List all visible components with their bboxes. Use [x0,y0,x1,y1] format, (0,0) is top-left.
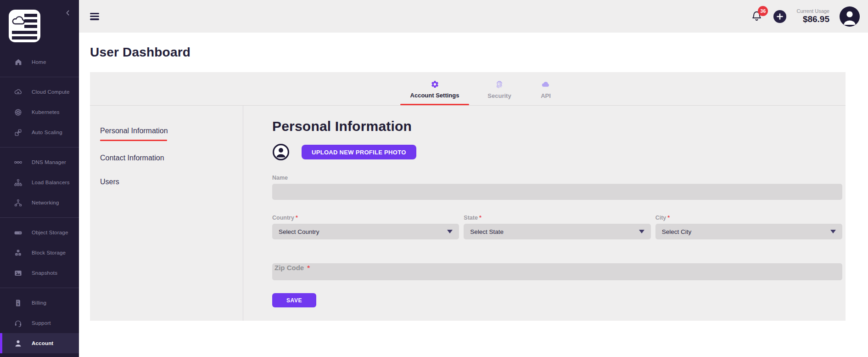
state-select[interactable]: Select State [464,224,650,239]
sidebar-divider [0,147,79,147]
required-asterisk: * [479,215,482,221]
required-asterisk: * [667,215,670,221]
sidebar-item-block-storage[interactable]: Block Storage [0,243,79,263]
profile-photo-placeholder-icon [272,143,290,161]
sidebar-item-kubernetes[interactable]: Kubernetes [0,102,79,122]
tab-api[interactable]: API [530,72,562,105]
upload-photo-button[interactable]: UPLOAD NEW PROFILE PHOTO [302,145,416,159]
kubernetes-icon [14,108,22,117]
account-card: Account Settings Security [90,72,846,321]
sidebar-item-dns-manager[interactable]: DNS Manager [0,152,79,172]
sidebar-item-label: Cloud Compute [32,89,70,95]
sidebar-item-label: Support [32,320,51,326]
active-tab-underline [400,104,469,106]
sidebar-item-home[interactable]: Home [0,52,79,72]
city-select-value: Select City [662,228,692,235]
tab-label: Account Settings [410,92,459,99]
country-label: Country* [272,215,459,221]
zip-code-input[interactable] [272,263,842,280]
subnav-label: Contact Information [100,154,243,162]
cloud-logo-icon [9,10,40,42]
sidebar-item-label: Kubernetes [32,109,60,115]
account-person-icon [14,339,22,348]
dropdown-caret-icon [830,230,836,233]
sidebar-item-load-balancers[interactable]: Load Balancers [0,172,79,193]
tabstrip: Account Settings Security [90,72,846,106]
sidebar-collapse-button[interactable] [64,9,72,18]
hamburger-icon [90,13,99,14]
subnav-item-personal-information[interactable]: Personal Information [100,127,243,141]
name-field-group: Name [272,175,842,200]
usage-label: Current Usage [796,8,829,14]
country-field-group: Country* Select Country [272,215,459,239]
sidebar-item-snapshots[interactable]: Snapshots [0,263,79,283]
home-icon [14,58,22,67]
zip-field-group: Zip Code * [272,263,842,280]
name-input[interactable] [272,184,842,200]
country-select[interactable]: Select Country [272,224,459,239]
cloud-compute-icon [14,88,22,96]
svg-text:$: $ [17,301,19,306]
fingerprint-icon [495,80,504,89]
city-select[interactable]: Select City [655,224,842,239]
avatar-person-icon [840,6,860,27]
name-label: Name [272,175,842,181]
sidebar-item-billing[interactable]: $ Billing [0,293,79,313]
city-field-group: City* Select City [655,215,842,239]
sidebar-item-account[interactable]: Account [0,333,79,353]
dns-manager-icon [14,158,22,167]
topbar-right: 36 Current Usage $86.95 [750,6,860,27]
sidebar-item-label: Account [32,340,53,346]
sidebar: Home Cloud Compute Kubernetes [0,0,79,357]
object-storage-icon [14,228,22,237]
subnav-item-users[interactable]: Users [100,178,243,186]
tab-label: API [541,92,551,99]
settings-subnav: Personal Information Contact Information… [90,106,243,321]
sidebar-item-label: Object Storage [32,230,68,235]
sidebar-item-label: Load Balancers [32,180,70,185]
state-label: State* [464,215,650,221]
active-subnav-underline [100,140,167,141]
notifications-button[interactable]: 36 [750,10,763,23]
sidebar-divider [0,217,79,218]
sidebar-item-cloud-compute[interactable]: Cloud Compute [0,82,79,102]
sidebar-item-label: Home [32,59,46,65]
required-asterisk: * [296,215,298,221]
subnav-item-contact-information[interactable]: Contact Information [100,154,243,162]
load-balancers-icon [14,178,22,187]
title-band: User Dashboard [79,33,868,72]
usage-amount: $86.95 [796,14,829,24]
topbar: 36 Current Usage $86.95 [79,0,868,33]
sidebar-item-networking[interactable]: Networking [0,193,79,213]
snapshots-icon [14,269,22,278]
user-avatar[interactable] [840,6,860,27]
sidebar-item-support[interactable]: Support [0,313,79,333]
gear-icon [431,80,439,89]
dropdown-caret-icon [447,230,453,233]
app-logo[interactable] [9,10,40,44]
sidebar-item-auto-scaling[interactable]: Auto Scaling [0,122,79,142]
sidebar-item-label: Snapshots [32,270,57,276]
city-label: City* [655,215,842,221]
tab-security[interactable]: Security [476,72,522,105]
subnav-label: Users [100,178,243,186]
plus-icon [777,13,783,20]
card-body: Personal Information Contact Information… [90,106,846,321]
support-headset-icon [14,319,22,328]
networking-icon [14,198,22,207]
page-title: User Dashboard [79,33,868,60]
sidebar-item-label: Auto Scaling [32,130,62,135]
state-select-value: Select State [470,228,504,235]
menu-toggle-button[interactable] [90,13,99,20]
profile-photo-row: UPLOAD NEW PROFILE PHOTO [272,143,842,161]
sidebar-item-object-storage[interactable]: Object Storage [0,222,79,243]
add-button[interactable] [773,10,786,23]
country-select-value: Select Country [279,228,319,235]
personal-information-panel: Personal Information UPLOAD NEW PROFILE … [243,106,846,321]
sidebar-item-label: Block Storage [32,250,66,255]
block-storage-icon [14,249,22,257]
main-area: 36 Current Usage $86.95 User Dashboard [79,0,868,321]
save-button[interactable]: SAVE [272,293,316,307]
section-heading: Personal Information [272,119,842,134]
tab-account-settings[interactable]: Account Settings [400,72,469,105]
